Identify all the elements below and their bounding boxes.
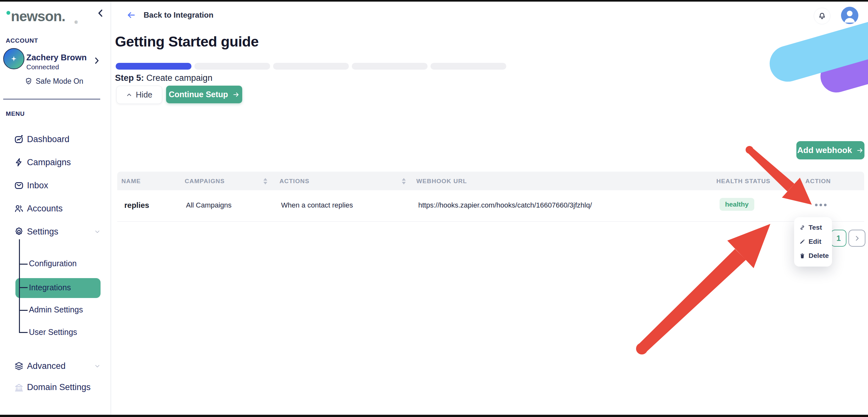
logo-registered-mark: ® [74,20,78,25]
app-logo: newson. [11,8,65,24]
progress-segment-filled [116,63,191,70]
sidebar-item-label: Settings [27,227,59,237]
sidebar-subitem-integrations[interactable]: Integrations [29,283,71,292]
account-user-name: Zachery Brown [26,53,87,63]
progress-segment [273,63,349,70]
column-header-name: NAME [121,178,141,185]
decor-pill-purple [816,33,868,96]
chevron-right-icon [854,235,861,242]
sidebar-item-inbox[interactable]: Inbox [0,178,111,193]
pagination-next-button[interactable] [848,230,865,247]
top-edge-bar [0,0,868,2]
sidebar-subitem-configuration[interactable]: Configuration [29,259,77,268]
back-link-label: Back to Integration [144,10,213,20]
chevron-down-icon [94,362,101,370]
menu-section-label: MENU [6,110,25,117]
notifications-button[interactable] [814,8,830,24]
progress-bar [116,63,506,70]
hide-button[interactable]: Hide [116,85,162,104]
sidebar-item-campaigns[interactable]: Campaigns [0,155,111,170]
page-title: Getting Started guide [115,33,258,50]
sidebar-subitem-admin-settings[interactable]: Admin Settings [29,305,83,314]
submenu-tree-branch [19,264,28,265]
sidebar-divider [3,99,100,99]
column-header-actions: ACTIONS [279,178,309,185]
cell-campaigns: All Campaigns [186,201,231,209]
envelope-icon [14,181,24,190]
sidebar-item-accounts[interactable]: Accounts [0,201,111,216]
account-avatar[interactable] [3,48,24,69]
table-row: replies All Campaigns When a contact rep… [117,190,864,222]
cell-webhook-url: https://hooks.zapier.com/hooks/catch/166… [418,201,592,209]
shield-check-icon [24,77,33,85]
add-webhook-button[interactable]: Add webhook [796,141,865,160]
hide-button-label: Hide [136,90,152,99]
progress-segment [352,63,428,70]
account-expand-button[interactable] [93,57,101,65]
sidebar-item-label: Dashboard [27,134,69,144]
context-menu-item-delete[interactable]: Delete [794,249,832,263]
chevron-up-icon [126,92,132,98]
context-menu-item-edit[interactable]: Edit [794,235,832,249]
red-arrow-big [636,224,770,354]
users-icon [14,204,24,213]
sidebar-item-label: Accounts [27,204,63,214]
sidebar-item-settings[interactable]: Settings [0,224,111,239]
table-header-row: NAME CAMPAIGNS ACTIONS WEBHOOK URL HEALT… [117,172,864,190]
column-header-campaigns: CAMPAIGNS [185,178,225,185]
continue-button-label: Continue Setup [169,90,228,99]
chevron-right-icon [93,57,101,65]
account-section-label: ACCOUNT [6,37,38,44]
progress-segment [431,63,506,70]
sidebar-item-dashboard[interactable]: Dashboard [0,132,111,147]
submenu-tree-branch [19,332,28,333]
bottom-edge-bar [0,415,868,417]
chevron-down-icon [94,228,101,235]
sidebar-item-label: Inbox [27,181,48,190]
continue-setup-button[interactable]: Continue Setup [166,85,242,103]
row-actions-context-menu: Test Edit Delete [794,217,832,267]
gear-icon [14,227,24,236]
arrow-right-icon [857,147,864,154]
lightning-icon [14,158,24,167]
sparkle-icon [9,54,19,64]
cell-actions: When a contact replies [281,201,353,209]
sidebar-item-label: Domain Settings [27,382,91,392]
context-menu-item-test[interactable]: Test [794,220,832,235]
sidebar: newson. ® ACCOUNT Zachery Brown Connecte… [0,0,111,417]
link-icon [799,224,805,231]
bell-icon [817,11,827,21]
column-header-action: ACTION [805,178,831,185]
user-avatar[interactable] [841,7,858,24]
person-icon [841,7,858,24]
back-link[interactable]: Back to Integration [126,10,213,20]
account-status: Connected [26,63,59,71]
context-menu-label: Edit [809,238,822,245]
sort-icon[interactable] [264,178,267,184]
step-text: Create campaign [144,73,212,83]
sidebar-item-label: Advanced [27,361,65,371]
chevron-left-icon [96,8,105,18]
sidebar-collapse-button[interactable] [96,8,105,18]
sort-icon[interactable] [402,178,406,184]
column-header-webhook-url: WEBHOOK URL [416,178,467,185]
dashboard-icon [14,134,24,144]
cell-name: replies [124,201,149,210]
column-header-health-status: HEALTH STATUS [716,178,770,185]
pagination-page-1[interactable]: 1 [831,230,846,247]
health-status-badge: healthy [720,198,754,211]
arrow-right-icon [232,91,240,98]
bank-icon [14,382,24,392]
logo-dot-icon [6,11,10,15]
webhooks-table: NAME CAMPAIGNS ACTIONS WEBHOOK URL HEALT… [117,172,864,222]
layers-icon [14,361,24,371]
sidebar-item-domain-settings[interactable]: Domain Settings [0,380,111,394]
context-menu-label: Delete [809,252,829,259]
pencil-icon [799,239,805,245]
add-webhook-label: Add webhook [797,145,852,155]
sidebar-item-advanced[interactable]: Advanced [0,359,111,373]
trash-icon [799,253,805,259]
row-actions-menu-button[interactable] [815,204,827,206]
step-label: Step 5: Create campaign [115,73,212,83]
sidebar-subitem-user-settings[interactable]: User Settings [29,327,77,337]
